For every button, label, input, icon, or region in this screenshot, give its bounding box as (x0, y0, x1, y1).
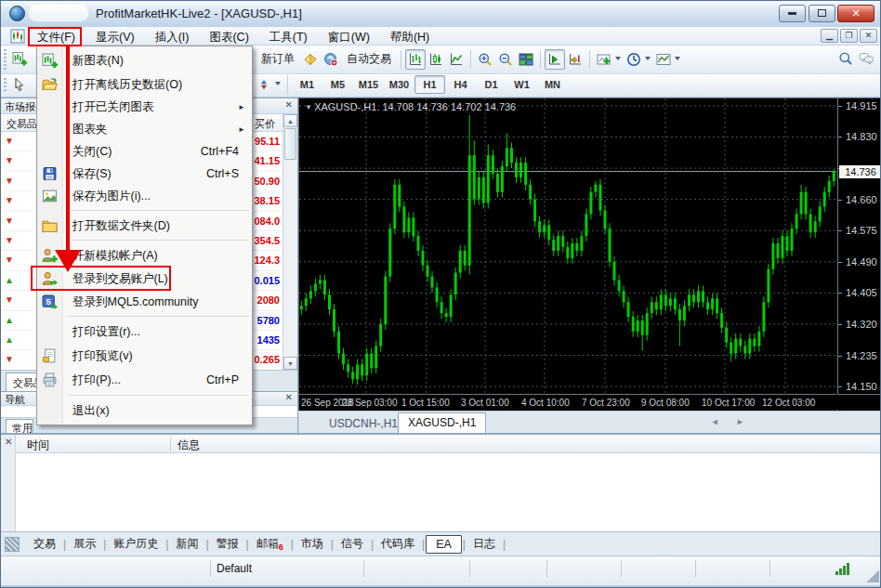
close-button[interactable]: ✕ (837, 5, 874, 22)
message-column-header[interactable]: 信息 (178, 438, 200, 453)
restore-button[interactable] (809, 5, 835, 22)
line-chart-icon[interactable] (446, 49, 467, 70)
new-order-button[interactable]: 新订单 (256, 48, 300, 70)
dropdown-caret-icon[interactable] (275, 82, 281, 85)
tab-scroll-icons[interactable]: ◄ ► (711, 417, 752, 426)
file-menu-item-14[interactable]: 打印设置(r)... (37, 320, 252, 344)
templates-icon[interactable] (653, 49, 674, 70)
bid-price: 354.5 (254, 235, 280, 246)
bar-chart-icon[interactable] (405, 49, 426, 70)
time-column-header[interactable]: 时间 (27, 438, 49, 453)
timeframe-m15[interactable]: M15 (353, 75, 384, 94)
statusbar-separator (546, 560, 547, 577)
periods-icon[interactable] (624, 49, 644, 70)
terminal-tab-7[interactable]: 信号 (335, 534, 370, 554)
chart-tab-0[interactable]: USDCNH-,H1 (320, 414, 407, 434)
menu-item-label: 打印设置(r)... (72, 324, 140, 340)
save-icon (42, 166, 58, 182)
chart-window-icon[interactable] (10, 29, 25, 44)
column-divider[interactable] (170, 437, 171, 451)
tab-label: 展示 (73, 537, 96, 550)
terminal-close-icon[interactable]: ✕ (5, 437, 12, 447)
indicators-icon[interactable] (594, 49, 614, 70)
timeframe-h1[interactable]: H1 (414, 75, 445, 94)
terminal-tab-4[interactable]: 警报 (210, 534, 245, 554)
timeframe-m1[interactable]: M1 (292, 75, 322, 94)
terminal-tab-3[interactable]: 新闻 (169, 534, 204, 554)
timeframe-w1[interactable]: W1 (506, 75, 537, 94)
terminal-tab-ea[interactable]: EA (426, 535, 462, 554)
tab-symbols[interactable]: 交易品种 (6, 372, 37, 391)
chart-time-axis[interactable]: 26 Sep 201828 Sep 03:001 Oct 15:003 Oct … (299, 394, 836, 411)
terminal-tab-6[interactable]: 市场 (295, 534, 330, 554)
timeframe-d1[interactable]: D1 (476, 75, 506, 94)
toolbar-separator (540, 50, 541, 69)
cursor-icon[interactable] (9, 74, 30, 95)
new-chart-icon[interactable] (9, 48, 30, 69)
autoscroll-icon[interactable] (565, 49, 585, 70)
timeframe-mn[interactable]: MN (537, 75, 568, 94)
timeframe-m5[interactable]: M5 (322, 75, 353, 94)
scroll-down-icon[interactable]: ▼ (283, 357, 297, 370)
mdi-restore-button[interactable]: ❐ (840, 29, 858, 43)
toolbar-separator (470, 50, 471, 69)
file-menu-item-16[interactable]: 打印(P)...Ctrl+P (37, 368, 252, 392)
data-folder-icon (42, 217, 58, 233)
bid-price: 084.0 (254, 216, 280, 227)
terminal-corner-icon (5, 537, 20, 552)
terminal-tab-5[interactable]: 邮箱6 (250, 534, 290, 554)
file-menu-item-18[interactable]: 退出(x) (37, 399, 252, 423)
mql5-icon: 5 (42, 294, 58, 309)
mdi-minimize-button[interactable]: ▁ (821, 29, 838, 43)
chat-icon[interactable] (856, 48, 876, 69)
time-tick-label: 10 Oct 17:00 (702, 398, 755, 408)
toolbar-grip[interactable] (4, 49, 7, 70)
tab-label: 警报 (217, 537, 239, 550)
timeframe-m30[interactable]: M30 (384, 75, 414, 94)
terminal-tab-2[interactable]: 账户历史 (107, 534, 164, 554)
search-icon[interactable] (835, 48, 856, 69)
dropdown-caret-icon[interactable] (675, 57, 680, 60)
terminal-tab-10[interactable]: 日志 (467, 534, 502, 554)
minimize-button[interactable] (779, 5, 806, 22)
chart-tab-1[interactable]: XAGUSD-,H1 (398, 412, 486, 434)
scrollbar-thumb[interactable] (284, 128, 296, 160)
terminal-tab-1[interactable]: 展示 (67, 534, 102, 554)
resize-grip[interactable] (866, 569, 879, 582)
time-tick-label: 4 Oct 10:00 (521, 398, 570, 408)
metaeditor-icon[interactable] (300, 49, 321, 70)
price-tick (838, 106, 842, 107)
chart-collapse-icon[interactable]: ▼ (305, 103, 314, 111)
candlestick-icon[interactable] (426, 49, 446, 70)
trend-down-icon: ▼ (5, 235, 14, 245)
market-watch-scrollbar[interactable]: ▲ ▼ (283, 114, 297, 370)
profile-label[interactable]: Default (217, 562, 252, 575)
arrows-tool-icon[interactable] (254, 74, 274, 95)
statusbar-separator (363, 560, 364, 577)
file-menu-item-12[interactable]: 5登录到MQL5.community (37, 290, 252, 313)
file-menu-item-15[interactable]: 打印预览(v) (37, 344, 252, 368)
menu-bar: 文件(F)显示(V)插入(I)图表(C)工具(T)窗口(W)帮助(H) ▁ ❐ … (1, 27, 881, 46)
shift-chart-icon[interactable] (545, 49, 565, 70)
annotation-login-box (31, 266, 171, 291)
autotrading-button[interactable]: 自动交易 (321, 48, 397, 70)
chart-price-axis[interactable]: 14.91514.83014.66014.57514.49014.40514.3… (837, 98, 881, 394)
zoom-out-icon[interactable] (495, 49, 516, 70)
terminal-side-strip: ✕ (1, 435, 16, 531)
terminal-tab-8[interactable]: 代码库 (375, 534, 421, 554)
terminal-tab-0[interactable]: 交易 (27, 534, 62, 554)
zoom-in-icon[interactable] (475, 49, 495, 70)
timeframe-h4[interactable]: H4 (445, 75, 476, 94)
bid-column-header[interactable]: 买价 (255, 117, 275, 131)
dropdown-caret-icon[interactable] (615, 57, 621, 60)
menu-item-shortcut: Ctrl+P (206, 373, 239, 386)
navigator-close-icon[interactable]: ✕ (285, 392, 293, 402)
scroll-up-icon[interactable]: ▲ (283, 114, 297, 127)
market-watch-close-icon[interactable]: ✕ (285, 99, 293, 110)
toolbar-grip[interactable] (4, 78, 7, 93)
dropdown-caret-icon[interactable] (645, 57, 651, 60)
chart-plot[interactable] (299, 98, 836, 394)
mdi-close-button[interactable]: ✕ (860, 29, 877, 43)
autotrading-icon[interactable] (321, 49, 341, 70)
tile-windows-icon[interactable] (516, 49, 536, 70)
